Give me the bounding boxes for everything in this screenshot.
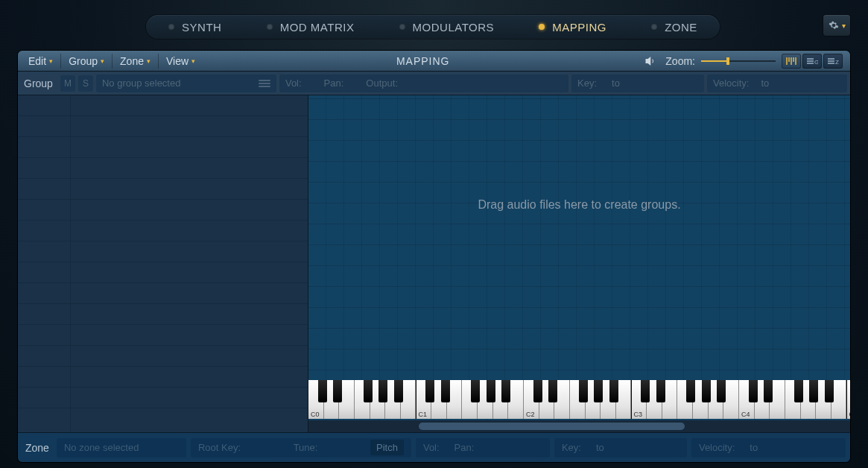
black-key[interactable] bbox=[656, 380, 665, 402]
group-row-label: Group bbox=[21, 78, 57, 89]
to-label: to bbox=[750, 442, 758, 453]
black-key[interactable] bbox=[809, 380, 818, 402]
zone-velocity-range-field[interactable]: Velocity: to bbox=[691, 438, 846, 458]
svg-text:G: G bbox=[814, 59, 818, 66]
tab-dot-icon bbox=[267, 24, 273, 30]
black-key[interactable] bbox=[378, 380, 387, 402]
octave: C1 bbox=[416, 380, 525, 419]
keyboard[interactable]: C0C1C2C3C4C5 bbox=[308, 380, 850, 419]
zone-drop-area[interactable]: Drag audio files here to create groups. … bbox=[308, 95, 850, 432]
zone-row-label: Zone bbox=[22, 442, 52, 454]
black-key[interactable] bbox=[579, 380, 588, 402]
group-velocity-range-field[interactable]: Velocity: to bbox=[707, 75, 847, 92]
menu-view[interactable]: View▾ bbox=[160, 53, 201, 69]
menu-label: View bbox=[166, 55, 189, 67]
audition-toggle[interactable] bbox=[644, 55, 659, 67]
octave: C4 bbox=[739, 380, 847, 419]
pan-label: Pan: bbox=[324, 78, 344, 89]
to-label: to bbox=[596, 442, 604, 453]
tab-dot-icon bbox=[539, 24, 545, 30]
settings-menu-button[interactable]: ▾ bbox=[823, 15, 850, 36]
black-key[interactable] bbox=[641, 380, 650, 402]
group-name-field[interactable]: No group selected bbox=[96, 75, 276, 92]
list-icon bbox=[259, 80, 270, 87]
velocity-label: Velocity: bbox=[699, 442, 735, 453]
menu-label: Group bbox=[69, 55, 98, 67]
tab-mod-matrix[interactable]: MOD MATRIX bbox=[267, 21, 355, 34]
black-key[interactable] bbox=[394, 380, 403, 402]
separator bbox=[60, 54, 61, 69]
black-key[interactable] bbox=[471, 380, 480, 402]
black-key[interactable] bbox=[794, 380, 803, 402]
tab-zone[interactable]: ZONE bbox=[651, 21, 697, 34]
octave: C0 bbox=[308, 380, 416, 419]
editor-title: MAPPING bbox=[203, 55, 643, 67]
menu-label: Zone bbox=[120, 55, 144, 67]
scrollbar-thumb[interactable] bbox=[419, 423, 685, 430]
tab-label: MODULATORS bbox=[413, 21, 494, 34]
black-key[interactable] bbox=[749, 380, 758, 402]
black-key[interactable] bbox=[441, 380, 450, 402]
gear-icon bbox=[829, 20, 839, 31]
zone-name-field[interactable]: No zone selected bbox=[57, 438, 186, 458]
black-key[interactable] bbox=[487, 380, 495, 402]
group-mix-field[interactable]: Vol: Pan: Output: bbox=[279, 75, 568, 92]
black-key[interactable] bbox=[533, 380, 542, 402]
octave: C3 bbox=[632, 380, 740, 419]
menu-zone[interactable]: Zone▾ bbox=[114, 53, 156, 69]
tab-dot-icon bbox=[168, 24, 174, 30]
group-name-placeholder: No group selected bbox=[102, 78, 181, 89]
zone-mix-field[interactable]: Vol: Pan: bbox=[416, 438, 550, 458]
key-label: Key: bbox=[577, 78, 597, 89]
group-list-panel[interactable] bbox=[18, 95, 308, 432]
black-key[interactable] bbox=[364, 380, 373, 402]
keymap-icon bbox=[785, 57, 797, 66]
octave: C2 bbox=[524, 380, 632, 419]
octave: C5 bbox=[847, 380, 851, 419]
tab-label: SYNTH bbox=[182, 21, 221, 34]
tab-mapping[interactable]: MAPPING bbox=[539, 21, 606, 34]
separator bbox=[112, 54, 113, 69]
pan-label: Pan: bbox=[454, 442, 475, 453]
black-key[interactable] bbox=[686, 380, 695, 402]
key-label: Key: bbox=[562, 442, 581, 453]
pitch-toggle[interactable]: Pitch bbox=[370, 440, 404, 455]
black-key[interactable] bbox=[318, 380, 327, 402]
vol-label: Vol: bbox=[423, 442, 440, 453]
group-solo-button[interactable]: S bbox=[78, 75, 93, 92]
zone-key-range-field[interactable]: Key: to bbox=[554, 438, 687, 458]
horizontal-scrollbar[interactable] bbox=[308, 420, 850, 432]
black-key[interactable] bbox=[825, 380, 834, 402]
menu-label: Edit bbox=[28, 55, 46, 67]
zoom-label: Zoom: bbox=[665, 55, 695, 67]
view-mode-zone-list[interactable]: Z bbox=[823, 54, 843, 69]
view-mode-keymap[interactable] bbox=[782, 54, 801, 69]
black-key[interactable] bbox=[425, 380, 434, 402]
tab-label: ZONE bbox=[665, 21, 697, 34]
black-key[interactable] bbox=[548, 380, 557, 402]
group-mute-button[interactable]: M bbox=[60, 75, 75, 92]
black-key[interactable] bbox=[594, 380, 603, 402]
zone-tune-field[interactable]: Root Key: Tune: Pitch bbox=[191, 438, 411, 458]
tab-label: MOD MATRIX bbox=[280, 21, 355, 34]
menu-edit[interactable]: Edit▾ bbox=[22, 53, 59, 69]
group-key-range-field[interactable]: Key: to bbox=[571, 75, 704, 92]
tune-label: Tune: bbox=[294, 442, 318, 453]
black-key[interactable] bbox=[501, 380, 510, 402]
black-key[interactable] bbox=[764, 380, 773, 402]
zone-name-placeholder: No zone selected bbox=[64, 442, 139, 453]
view-mode-group-list[interactable]: G bbox=[802, 54, 822, 69]
black-key[interactable] bbox=[609, 380, 618, 402]
chevron-down-icon: ▾ bbox=[101, 57, 104, 65]
black-key[interactable] bbox=[717, 380, 726, 402]
tab-synth[interactable]: SYNTH bbox=[168, 21, 221, 34]
zone-param-row: Zone No zone selected Root Key: Tune: Pi… bbox=[18, 432, 850, 462]
tab-modulators[interactable]: MODULATORS bbox=[399, 21, 494, 34]
root-key-label: Root Key: bbox=[198, 442, 241, 453]
black-key[interactable] bbox=[702, 380, 711, 402]
separator bbox=[158, 54, 159, 69]
black-key[interactable] bbox=[333, 380, 342, 402]
menu-group[interactable]: Group▾ bbox=[63, 53, 110, 69]
chevron-down-icon: ▾ bbox=[842, 22, 846, 30]
zoom-slider[interactable] bbox=[701, 56, 776, 66]
